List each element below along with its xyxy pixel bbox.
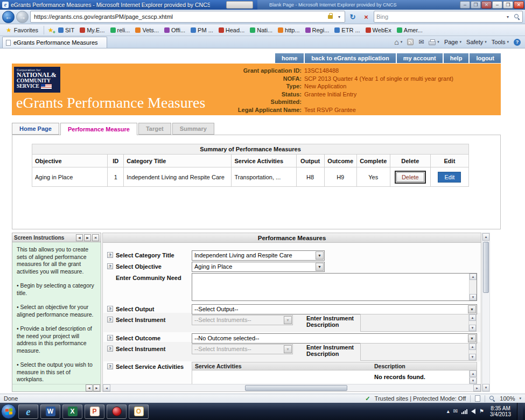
taskbar-word-button[interactable]: W — [40, 404, 60, 419]
scroll-up-icon[interactable]: ▲ — [470, 274, 477, 280]
outcome-select[interactable]: --No Outcome selected--▼ — [192, 333, 477, 344]
feeds-button[interactable] — [407, 39, 414, 45]
scroll-down-icon[interactable]: ▾ — [482, 384, 489, 391]
nav-my-account-button[interactable]: my account — [397, 53, 443, 63]
taskbar-media-button[interactable] — [107, 404, 127, 419]
scroll-right-icon[interactable]: ▸ — [84, 234, 91, 241]
help-icon[interactable]: ? — [107, 317, 113, 323]
taskbar-powerpoint-button[interactable]: P — [85, 404, 104, 419]
mail-tray-icon[interactable]: ✉ — [453, 409, 458, 414]
back-button[interactable]: ← — [2, 11, 15, 23]
scroll-left-icon[interactable]: ◂ — [103, 384, 110, 391]
safety-menu[interactable]: Safety▾ — [466, 39, 487, 45]
maximize-icon[interactable]: ❐ — [471, 1, 481, 9]
objective-select[interactable]: Aging in Place▼ — [192, 262, 325, 272]
favorite-item[interactable]: PM ... — [188, 25, 216, 36]
delete-button[interactable]: Delete — [396, 172, 424, 182]
favorite-item[interactable]: http... — [275, 25, 303, 36]
scroll-up-icon[interactable]: ▲ — [470, 370, 477, 377]
home-button[interactable]: ⌂▾ — [394, 38, 402, 46]
scroll-right-icon[interactable]: ▸ — [473, 384, 481, 391]
horizontal-scrollbar[interactable]: ◂ ▸ — [103, 384, 481, 391]
zoom-level[interactable]: 100% — [500, 395, 515, 402]
close-icon[interactable]: × — [92, 234, 99, 241]
tools-menu[interactable]: Tools▾ — [492, 39, 509, 45]
help-icon[interactable]: ? — [107, 263, 113, 269]
close-icon[interactable]: ✕ — [481, 1, 492, 9]
tab-home-page[interactable]: Home Page — [12, 123, 59, 135]
start-button[interactable] — [1, 404, 16, 419]
favorite-item[interactable]: Regi... — [303, 25, 332, 36]
scrollbar-thumb[interactable] — [483, 242, 489, 293]
close-button[interactable]: ✕ — [514, 1, 524, 9]
search-dropdown-icon[interactable]: ▾ — [503, 15, 512, 19]
scrollbar-thumb[interactable] — [245, 385, 347, 391]
action-center-flag-icon[interactable]: ⚑ — [479, 409, 484, 414]
maximize-button[interactable]: ❐ — [503, 1, 513, 9]
favorite-item[interactable]: reli... — [108, 25, 133, 36]
help-icon[interactable]: ? — [107, 306, 113, 312]
browser-tab[interactable]: eGrants Performance Measures — [2, 37, 107, 48]
help-icon[interactable]: ? — [107, 363, 113, 369]
stop-button[interactable]: × — [360, 11, 372, 23]
read-mail-button[interactable]: ✉ — [418, 38, 424, 46]
favorite-item[interactable]: Nati... — [247, 25, 275, 36]
favorite-item[interactable]: ETR ... — [332, 25, 362, 36]
category-title-select[interactable]: Independent Living and Respite Care▼ — [192, 250, 325, 261]
volume-icon[interactable] — [471, 409, 475, 414]
hidden-icons-button[interactable]: ▴ — [447, 409, 450, 414]
scroll-down-icon[interactable]: ▼ — [470, 294, 477, 300]
scroll-up-icon[interactable]: ▴ — [482, 233, 489, 241]
refresh-button[interactable]: ↻ — [347, 11, 359, 23]
scroll-left-icon[interactable]: ◂ — [76, 234, 83, 241]
output-select[interactable]: --Select Output--▼ — [192, 304, 477, 314]
textarea-scrollbar[interactable]: ▲ ▼ — [469, 274, 477, 300]
favorite-item[interactable]: SIT — [55, 25, 77, 36]
table-scrollbar[interactable]: ▲ ▼ — [469, 370, 477, 384]
nav-help-button[interactable]: help — [444, 53, 469, 63]
taskbar-ie-button[interactable]: e — [18, 404, 38, 419]
scrollbar-track[interactable] — [482, 241, 489, 384]
show-desktop-button[interactable] — [517, 403, 523, 420]
zoom-icon[interactable] — [489, 396, 495, 402]
network-icon[interactable] — [461, 409, 467, 414]
zoom-dropdown-icon[interactable]: ▾ — [519, 396, 521, 401]
favorite-item[interactable]: WebEx — [363, 25, 394, 36]
nav-back-to-egrants-button[interactable]: back to eGrants application — [305, 53, 395, 63]
forward-button[interactable]: → — [16, 11, 29, 23]
help-icon[interactable]: ? — [107, 346, 113, 352]
search-icon[interactable] — [514, 14, 520, 20]
taskbar-excel-button[interactable]: X — [62, 404, 82, 419]
help-icon[interactable]: ? — [107, 335, 113, 341]
compatibility-view-icon[interactable] — [475, 395, 480, 402]
minimize-icon[interactable]: – — [460, 1, 470, 9]
favorite-item[interactable]: Amer... — [394, 25, 425, 36]
security-zone-text[interactable]: Trusted sites | Protected Mode: Off — [375, 395, 466, 402]
edit-button[interactable]: Edit — [438, 172, 461, 183]
tab-performance-measure[interactable]: Performance Measure — [60, 123, 137, 135]
favorite-item[interactable]: My.E... — [77, 25, 107, 36]
nav-home-button[interactable]: home — [275, 53, 304, 63]
page-menu[interactable]: Page▾ — [444, 39, 461, 45]
vertical-scrollbar[interactable]: ▴ ▾ — [482, 233, 490, 392]
favorite-item[interactable]: Head... — [216, 25, 247, 36]
instructions-scrollbar[interactable]: ◂ ▸ — [12, 384, 101, 391]
scroll-right-icon[interactable]: ▸ — [93, 384, 100, 391]
taskbar-outlook-button[interactable]: O — [129, 404, 149, 419]
scroll-down-icon[interactable]: ▼ — [470, 377, 477, 384]
taskbar-clock[interactable]: 8:35 AM 3/4/2013 — [488, 405, 513, 417]
favorite-item[interactable]: Vets... — [132, 25, 162, 36]
url-dropdown-icon[interactable]: ▾ — [335, 15, 344, 19]
favorite-item[interactable]: Offi... — [162, 25, 188, 36]
nav-logout-button[interactable]: logout — [470, 53, 501, 63]
search-input[interactable]: Bing ▾ — [374, 11, 523, 23]
favorites-button[interactable]: ★ Favorites — [2, 25, 42, 36]
community-need-textarea[interactable]: ▲ ▼ — [192, 273, 477, 301]
url-input[interactable]: https://egrants.cns.gov/egrantsPM/page_s… — [30, 11, 345, 23]
print-button[interactable]: ▾ — [429, 39, 439, 45]
help-button[interactable]: ? — [514, 39, 521, 46]
minimize-button[interactable]: – — [492, 1, 502, 9]
scrollbar-track[interactable] — [110, 384, 473, 391]
scroll-left-icon[interactable]: ◂ — [86, 384, 93, 391]
help-icon[interactable]: ? — [107, 252, 113, 258]
